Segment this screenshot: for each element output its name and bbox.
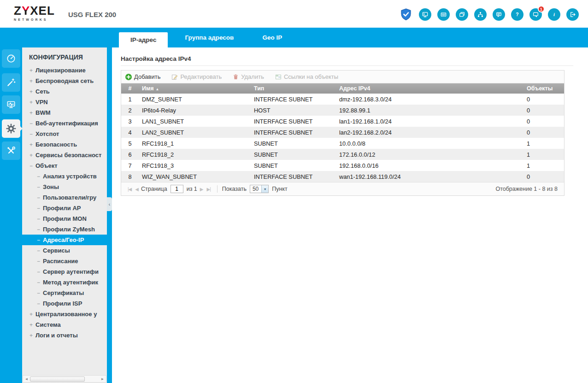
- sidebar-item-vpn[interactable]: +VPN: [22, 97, 107, 107]
- add-button-label: Добавить: [134, 73, 160, 80]
- next-page-icon[interactable]: ▶: [200, 187, 203, 192]
- page-size-value: 50: [250, 185, 261, 193]
- sidebar-horizontal-scrollbar[interactable]: ◄ ►: [23, 375, 106, 383]
- web-console-icon[interactable]: [419, 8, 431, 21]
- prev-page-icon[interactable]: ◀: [135, 187, 138, 192]
- cell-index: 5: [121, 140, 139, 147]
- sidebar-item-logs-reports[interactable]: +Логи и отчеты: [22, 330, 107, 341]
- expand-icon: +: [29, 88, 33, 95]
- scroll-left-icon[interactable]: ◄: [23, 376, 30, 382]
- shield-check-icon[interactable]: [399, 7, 413, 21]
- sidebar-item-hotspot[interactable]: −Хотспот: [22, 129, 107, 139]
- tab-ip-address[interactable]: IP-адрес: [119, 32, 168, 47]
- delete-button[interactable]: Удалить: [233, 73, 264, 80]
- sidebar-collapse-button[interactable]: ‹: [107, 197, 112, 211]
- cell-index: 6: [121, 151, 139, 158]
- sidebar-item-label: Зоны: [43, 183, 59, 190]
- tab-geo-ip[interactable]: Geo IP: [251, 28, 294, 47]
- expand-icon: +: [29, 78, 33, 84]
- logout-icon[interactable]: [566, 8, 579, 21]
- add-button[interactable]: Добавить: [125, 73, 160, 80]
- table-row[interactable]: 4 LAN2_SUBNET INTERFACE SUBNET lan2-192.…: [121, 127, 564, 138]
- scroll-right-icon[interactable]: ►: [99, 376, 106, 382]
- sidebar-item-ap-profiles[interactable]: −Профили AP: [22, 203, 107, 213]
- sidebar-item-zones[interactable]: −Зоны: [22, 182, 107, 192]
- delete-button-label: Удалить: [241, 73, 264, 80]
- help-icon[interactable]: ?: [511, 8, 523, 21]
- sidebar-item-mon-profiles[interactable]: −Профили MON: [22, 213, 107, 224]
- sidebar-item-label: Профили ZyMesh: [43, 226, 95, 233]
- svg-text:?: ?: [516, 12, 518, 17]
- tab-address-group[interactable]: Группа адресов: [173, 28, 245, 47]
- svg-text:i: i: [553, 12, 555, 17]
- sidebar-item-security[interactable]: +Безопасность: [22, 139, 107, 150]
- edit-button[interactable]: Редактировать: [171, 73, 222, 80]
- page-input[interactable]: [171, 185, 183, 193]
- sidebar-item-schedule[interactable]: −Расписание: [22, 256, 107, 266]
- cell-index: 7: [121, 162, 139, 169]
- column-header-address[interactable]: Адрес IPv4: [336, 85, 523, 92]
- edit-button-label: Редактировать: [180, 73, 222, 80]
- add-plus-icon: [125, 74, 132, 80]
- sidebar-item-centralized-mgmt[interactable]: +Централизованное у: [22, 309, 107, 319]
- sidebar-item-auth-server[interactable]: −Сервер аутентифи: [22, 266, 107, 277]
- sidebar-item-object[interactable]: −Объект: [22, 160, 107, 171]
- sidebar-item-users-groups[interactable]: −Пользователи/гру: [22, 192, 107, 203]
- reference-icon[interactable]: [456, 8, 468, 21]
- expand-icon: −: [36, 173, 41, 180]
- brand-networks-text: NETWORKS: [14, 18, 55, 21]
- table-row[interactable]: 5 RFC1918_1 SUBNET 10.0.0.0/8 1: [121, 138, 564, 149]
- forum-icon[interactable]: [493, 8, 505, 21]
- table-row[interactable]: 6 RFC1918_2 SUBNET 172.16.0.0/12 1: [121, 149, 564, 160]
- sidebar-item-network[interactable]: +Сеть: [22, 86, 107, 97]
- cell-address: 172.16.0.0/12: [336, 151, 523, 158]
- sidebar-item-isp-profiles[interactable]: −Профили ISP: [22, 298, 107, 309]
- cell-name: RFC1918_2: [139, 151, 251, 158]
- cell-address: 10.0.0.0/8: [336, 140, 523, 147]
- info-icon[interactable]: i: [548, 8, 560, 21]
- sidebar-item-addresses-geo-ip[interactable]: −Адреса/Гео-IP: [22, 235, 107, 245]
- sidebar-item-label: Расписание: [43, 258, 78, 265]
- sidebar-item-wireless[interactable]: +Беспроводная сеть: [22, 76, 107, 86]
- sidebar-item-zymesh-profiles[interactable]: −Профили ZyMesh: [22, 224, 107, 235]
- table-row[interactable]: 7 RFC1918_3 SUBNET 192.168.0.0/16 1: [121, 160, 564, 171]
- sidebar-item-bwm[interactable]: +BWM: [22, 107, 107, 118]
- dashboard-icon[interactable]: [2, 49, 20, 68]
- first-page-icon[interactable]: |◀: [128, 187, 131, 192]
- sidebar-item-web-auth[interactable]: −Веб-аутентификация: [22, 118, 107, 129]
- notification-icon[interactable]: 1: [529, 8, 542, 21]
- page-size-select[interactable]: 50 ▼: [250, 185, 269, 193]
- product-name: USG FLEX 200: [68, 11, 116, 18]
- sidebar-item-auth-method[interactable]: −Метод аутентифик: [22, 277, 107, 288]
- last-page-icon[interactable]: ▶|: [207, 187, 211, 192]
- monitor-icon[interactable]: [2, 95, 20, 114]
- object-references-button[interactable]: Ссылки на объекты: [275, 73, 338, 80]
- sitemap-icon[interactable]: [474, 8, 487, 21]
- sidebar-item-services[interactable]: −Сервисы: [22, 245, 107, 256]
- cell-objects: 0: [523, 118, 564, 125]
- cell-index: 1: [121, 96, 139, 103]
- sidebar-item-certificates[interactable]: −Сертификаты: [22, 288, 107, 298]
- sidebar-item-security-services[interactable]: +Сервисы безопасност: [22, 150, 107, 160]
- configuration-gear-icon[interactable]: [2, 119, 20, 138]
- cli-icon[interactable]: [437, 8, 450, 21]
- column-header-objects[interactable]: Объекты: [523, 85, 564, 92]
- expand-icon: +: [29, 99, 33, 106]
- expand-icon: −: [29, 120, 33, 127]
- cell-objects: 0: [523, 107, 564, 114]
- table-row[interactable]: 1 DMZ_SUBNET INTERFACE SUBNET dmz-192.16…: [121, 94, 564, 105]
- edit-pencil-icon: [171, 74, 178, 80]
- column-header-name[interactable]: Имя▲: [139, 85, 251, 92]
- column-header-name-label: Имя: [142, 85, 154, 92]
- scrollbar-thumb[interactable]: [30, 377, 85, 382]
- wizard-icon[interactable]: [2, 73, 20, 92]
- column-header-type[interactable]: Тип: [251, 85, 336, 92]
- table-row[interactable]: 3 LAN1_SUBNET INTERFACE SUBNET lan1-192.…: [121, 116, 564, 127]
- column-header-index[interactable]: #: [121, 85, 139, 92]
- table-row[interactable]: 8 WIZ_WAN_SUBNET INTERFACE SUBNET wan1-1…: [121, 171, 564, 182]
- table-row[interactable]: 2 IP6to4-Relay HOST 192.88.99.1 0: [121, 105, 564, 116]
- sidebar-item-device-insight[interactable]: −Анализ устройств: [22, 171, 107, 182]
- maintenance-icon[interactable]: [2, 141, 20, 160]
- sidebar-item-licensing[interactable]: +Лицензирование: [22, 65, 107, 76]
- sidebar-item-system[interactable]: +Система: [22, 319, 107, 330]
